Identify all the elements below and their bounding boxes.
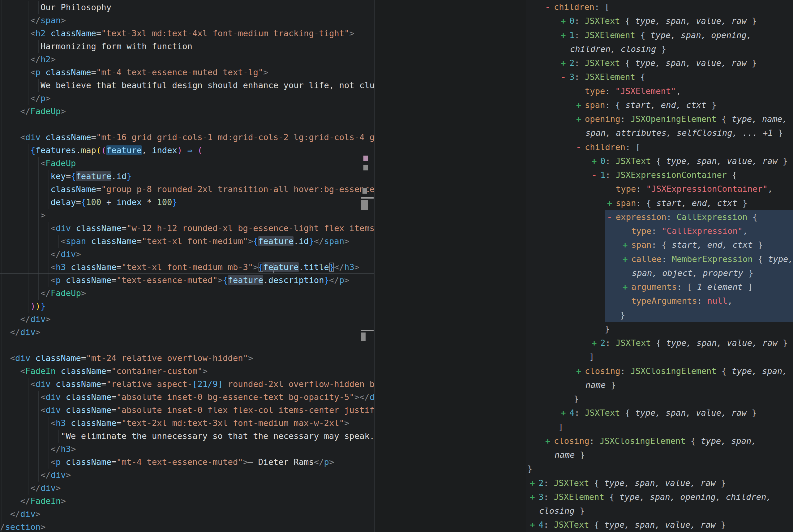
ast-node-row[interactable]: +span: { start, end, ctxt }: [526, 98, 793, 112]
code-editor-pane[interactable]: Our Philosophy</span><h2 className="text…: [0, 0, 374, 532]
collapse-toggle-icon[interactable]: -: [561, 70, 569, 84]
code-line[interactable]: <div className="mt-16 grid grid-cols-1 m…: [0, 131, 374, 144]
ast-node-row[interactable]: type: "JSXElement",: [526, 84, 793, 98]
expand-toggle-icon[interactable]: +: [530, 490, 539, 504]
ast-node-row[interactable]: -children: [: [526, 140, 793, 154]
expand-toggle-icon[interactable]: +: [576, 98, 585, 112]
expand-toggle-icon[interactable]: +: [561, 406, 569, 420]
code-line[interactable]: ))}: [0, 300, 374, 313]
code-line[interactable]: </FadeIn>: [0, 495, 374, 508]
code-line[interactable]: <div className="absolute inset-0 bg-esse…: [0, 391, 374, 404]
ast-node-row[interactable]: +arguments: [ 1 element ]: [526, 280, 793, 294]
ast-node-row[interactable]: +3: JSXElement { type, span, opening, ch…: [526, 490, 793, 504]
expand-toggle-icon[interactable]: +: [561, 28, 569, 42]
ast-node-row[interactable]: +2: JSXText { type, span, value, raw }: [526, 56, 793, 70]
code-line[interactable]: </h3>: [0, 443, 374, 456]
code-line[interactable]: <p className="text-essence-muted">{featu…: [0, 274, 374, 287]
ast-node-row[interactable]: +2: JSXText { type, span, value, raw }: [526, 476, 793, 490]
code-line[interactable]: </span>: [0, 14, 374, 27]
ast-node-row[interactable]: type: "CallExpression",: [526, 224, 793, 238]
code-line[interactable]: className="group p-8 rounded-2xl transit…: [0, 183, 374, 196]
code-line[interactable]: </div>: [0, 313, 374, 326]
code-line[interactable]: <span className="text-xl font-medium">{f…: [0, 235, 374, 248]
ast-node-row[interactable]: span, attributes, selfClosing, ... +1 }: [526, 126, 793, 140]
ast-node-row[interactable]: type: "JSXExpressionContainer",: [526, 182, 793, 196]
ast-node-row[interactable]: children, closing }: [526, 42, 793, 56]
ast-node-row[interactable]: closing }: [526, 504, 793, 518]
code-line[interactable]: [0, 118, 374, 131]
expand-toggle-icon[interactable]: +: [607, 196, 616, 210]
ast-node-row[interactable]: -children: [: [526, 0, 793, 14]
ast-node-row[interactable]: -expression: CallExpression {: [526, 210, 793, 224]
code-line[interactable]: </div>: [0, 469, 374, 481]
collapse-toggle-icon[interactable]: -: [545, 0, 554, 14]
ast-node-row[interactable]: }: [526, 392, 793, 406]
code-line[interactable]: We believe that beautiful design should …: [0, 79, 374, 92]
ast-node-row[interactable]: ]: [526, 420, 793, 434]
code-line[interactable]: </FadeUp>: [0, 287, 374, 300]
ast-node-row[interactable]: name }: [526, 448, 793, 462]
ast-node-row[interactable]: typeArguments: null,: [526, 294, 793, 308]
ast-node-row[interactable]: +4: JSXText { type, span, value, raw }: [526, 518, 793, 532]
code-line[interactable]: </div>: [0, 326, 374, 339]
expand-toggle-icon[interactable]: +: [623, 252, 631, 266]
code-line[interactable]: /section>: [0, 520, 374, 532]
expand-toggle-icon[interactable]: +: [530, 518, 539, 532]
code-line[interactable]: <div className="relative aspect-[21/9] r…: [0, 378, 374, 391]
expand-toggle-icon[interactable]: +: [545, 434, 554, 448]
ast-node-row[interactable]: +2: JSXText { type, span, value, raw }: [526, 336, 793, 350]
minimap[interactable]: [361, 0, 374, 532]
code-line[interactable]: </h2>: [0, 53, 374, 66]
collapse-toggle-icon[interactable]: -: [576, 140, 585, 154]
expand-toggle-icon[interactable]: +: [561, 14, 569, 28]
code-line[interactable]: <p className="mt-4 text-essence-muted te…: [0, 66, 374, 79]
code-line[interactable]: key={feature.id}: [0, 170, 374, 183]
ast-node-row[interactable]: name }: [526, 378, 793, 392]
code-line[interactable]: "We eliminate the unnecessary so that th…: [0, 430, 374, 443]
expand-toggle-icon[interactable]: +: [592, 154, 600, 168]
code-line[interactable]: >: [0, 209, 374, 222]
expand-toggle-icon[interactable]: +: [561, 56, 569, 70]
code-line[interactable]: </div>: [0, 481, 374, 495]
expand-toggle-icon[interactable]: +: [576, 364, 585, 378]
ast-node-row[interactable]: -1: JSXExpressionContainer {: [526, 168, 793, 182]
ast-node-row[interactable]: +span: { start, end, ctxt }: [526, 238, 793, 252]
ast-node-row[interactable]: ]: [526, 350, 793, 364]
expand-toggle-icon[interactable]: +: [623, 238, 631, 252]
ast-node-row[interactable]: +4: JSXText { type, span, value, raw }: [526, 406, 793, 420]
code-line-cursor[interactable]: <h3 className="text-xl font-medium mb-3"…: [0, 261, 374, 274]
ast-explorer-pane[interactable]: -children: [+0: JSXText { type, span, va…: [526, 0, 793, 532]
ast-node-row[interactable]: +0: JSXText { type, span, value, raw }: [526, 154, 793, 168]
code-line[interactable]: <h3 className="text-2xl md:text-3xl font…: [0, 417, 374, 430]
collapse-toggle-icon[interactable]: -: [607, 210, 616, 224]
code-line[interactable]: </div>: [0, 248, 374, 261]
ast-node-row[interactable]: +1: JSXElement { type, span, opening,: [526, 28, 793, 42]
code-line[interactable]: {features.map((feature, index) ⇒ (: [0, 144, 374, 157]
code-line[interactable]: <div className="w-12 h-12 rounded-xl bg-…: [0, 222, 374, 235]
ast-node-row[interactable]: }: [526, 462, 793, 476]
expand-toggle-icon[interactable]: +: [576, 112, 585, 126]
code-line[interactable]: <FadeUp: [0, 157, 374, 170]
ast-node-row[interactable]: +opening: JSXOpeningElement { type, name…: [526, 112, 793, 126]
collapse-toggle-icon[interactable]: -: [592, 168, 600, 182]
code-line[interactable]: <div className="absolute inset-0 flex fl…: [0, 404, 374, 417]
code-line[interactable]: Harmonizing form with function: [0, 40, 374, 53]
expand-toggle-icon[interactable]: +: [530, 476, 539, 490]
expand-toggle-icon[interactable]: +: [623, 280, 631, 294]
ast-node-row[interactable]: +callee: MemberExpression { type,: [526, 252, 793, 266]
ast-node-row[interactable]: +closing: JSXClosingElement { type, span…: [526, 434, 793, 448]
code-line[interactable]: delay={100 + index * 100}: [0, 196, 374, 209]
code-line[interactable]: <p className="mt-4 text-essence-muted">—…: [0, 456, 374, 469]
ast-node-row[interactable]: +closing: JSXClosingElement { type, span…: [526, 364, 793, 378]
ast-node-row[interactable]: }: [526, 322, 793, 336]
expand-toggle-icon[interactable]: +: [592, 336, 600, 350]
ast-node-row[interactable]: }: [526, 308, 793, 322]
code-line[interactable]: [0, 339, 374, 352]
code-line[interactable]: <FadeIn className="container-custom">: [0, 365, 374, 378]
pane-divider-sash[interactable]: [374, 0, 374, 532]
ast-node-row[interactable]: +0: JSXText { type, span, value, raw }: [526, 14, 793, 28]
code-line[interactable]: </p>: [0, 92, 374, 105]
ast-node-row[interactable]: +span: { start, end, ctxt }: [526, 196, 793, 210]
ast-node-row[interactable]: span, object, property }: [526, 266, 793, 280]
code-line[interactable]: Our Philosophy: [0, 1, 374, 14]
